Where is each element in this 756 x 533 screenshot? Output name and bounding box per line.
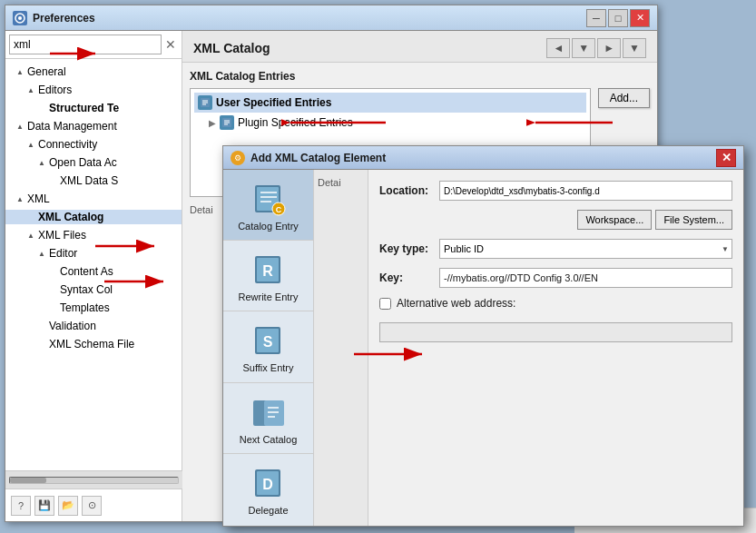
nav-back-dropdown[interactable]: ▼ bbox=[572, 38, 595, 58]
nav-rewrite-entry[interactable]: R Rewrite Entry bbox=[223, 241, 313, 311]
close-button[interactable]: ✕ bbox=[630, 9, 650, 27]
sidebar-item-templates[interactable]: ▲ Templates bbox=[5, 301, 182, 315]
sidebar-item-open-data[interactable]: ▲ Open Data Ac bbox=[5, 155, 182, 170]
sidebar-item-connectivity[interactable]: ▲ Connectivity bbox=[5, 137, 182, 152]
dialog-titlebar-icon: ⚙ bbox=[231, 151, 245, 165]
entry-icon bbox=[198, 95, 212, 110]
key-row: Key: -//mybatis.org//DTD Config 3.0//EN bbox=[379, 268, 732, 288]
sidebar-item-content-as[interactable]: ▲ Content As bbox=[5, 264, 182, 279]
nav-delegate[interactable]: D Delegate bbox=[223, 454, 313, 524]
sidebar-item-label: XML Schema File bbox=[49, 338, 134, 350]
sidebar-item-general[interactable]: ▲ General bbox=[5, 64, 182, 79]
triangle-icon: ▲ bbox=[27, 232, 36, 240]
search-box: ✕ bbox=[5, 31, 182, 59]
workspace-button[interactable]: Workspace... bbox=[577, 210, 652, 230]
list-item: ▲ Editor bbox=[5, 244, 182, 262]
sidebar-item-editors[interactable]: ▲ Editors bbox=[5, 83, 182, 97]
nav-buttons: ◄ ▼ ► ▼ bbox=[546, 38, 646, 58]
svg-text:C: C bbox=[275, 205, 281, 214]
sidebar-item-label: Editor bbox=[49, 247, 77, 260]
dialog-title: Add XML Catalog Element bbox=[250, 152, 716, 164]
dialog-titlebar: ⚙ Add XML Catalog Element ✕ bbox=[223, 146, 743, 170]
nav-back-button[interactable]: ◄ bbox=[546, 38, 570, 58]
alt-web-checkbox[interactable] bbox=[379, 298, 391, 310]
dialog-right-panel: Location: Workspace... File System... Ke… bbox=[368, 170, 743, 526]
alt-web-row: Alternative web address: bbox=[379, 297, 732, 310]
list-item: ▲ Syntax Col bbox=[5, 281, 182, 299]
suffix-entry-icon: S bbox=[250, 322, 287, 359]
list-item: ▲ Content As bbox=[5, 262, 182, 281]
list-item: ▲ Validation bbox=[5, 317, 182, 335]
sidebar-item-label: XML bbox=[27, 192, 50, 205]
plugin-specified-entries-item[interactable]: ▶ Plugin Specified Entries bbox=[194, 113, 586, 133]
keytype-select[interactable]: Public ID ▼ bbox=[439, 239, 732, 259]
load-button[interactable]: 📂 bbox=[58, 496, 78, 516]
search-input[interactable] bbox=[9, 35, 162, 54]
dialog-left-panel: C Catalog Entry R Rewrite Entry bbox=[223, 170, 314, 526]
sidebar-item-validation[interactable]: ▲ Validation bbox=[5, 319, 182, 333]
maximize-button[interactable]: □ bbox=[608, 9, 628, 27]
triangle-icon: ▲ bbox=[38, 159, 47, 167]
minimize-button[interactable]: ─ bbox=[586, 9, 606, 27]
nav-forward-button[interactable]: ► bbox=[597, 38, 621, 58]
sidebar-item-xml-schema[interactable]: ▲ XML Schema File bbox=[5, 337, 182, 351]
preferences-titlebar: Preferences ─ □ ✕ bbox=[5, 5, 657, 31]
nav-forward-dropdown[interactable]: ▼ bbox=[623, 38, 646, 58]
sidebar-item-label: Validation bbox=[49, 320, 96, 332]
sidebar-item-syntax-col[interactable]: ▲ Syntax Col bbox=[5, 282, 182, 297]
dialog-body: C Catalog Entry R Rewrite Entry bbox=[223, 170, 743, 526]
dialog-close-button[interactable]: ✕ bbox=[716, 149, 736, 167]
next-catalog-icon bbox=[250, 394, 287, 430]
user-specified-entries-item[interactable]: User Specified Entries bbox=[194, 93, 586, 113]
alt-web-input[interactable] bbox=[379, 322, 732, 342]
sidebar-item-xml-data[interactable]: ▲ XML Data S bbox=[5, 173, 182, 188]
select-arrow-icon: ▼ bbox=[722, 245, 729, 253]
sidebar-item-editor[interactable]: ▲ Editor bbox=[5, 246, 182, 261]
key-value-text: -//mybatis.org//DTD Config 3.0//EN bbox=[444, 272, 598, 283]
svg-text:R: R bbox=[262, 263, 273, 279]
sidebar-item-data-management[interactable]: ▲ Data Management bbox=[5, 119, 182, 133]
sidebar-item-label: XML Data S bbox=[60, 174, 118, 187]
catalog-entry-label: Catalog Entry bbox=[238, 221, 299, 232]
sidebar-item-xml-files[interactable]: ▲ XML Files bbox=[5, 228, 182, 242]
next-catalog-label: Next Catalog bbox=[240, 434, 298, 446]
preferences-titlebar-icon bbox=[13, 11, 27, 25]
sidebar-item-xml[interactable]: ▲ XML bbox=[5, 192, 182, 206]
location-label: Location: bbox=[379, 184, 434, 197]
save-button[interactable]: 💾 bbox=[34, 496, 54, 516]
add-button[interactable]: Add... bbox=[598, 88, 650, 108]
nav-next-catalog[interactable]: Next Catalog bbox=[223, 383, 313, 454]
catalog-entry-icon: C bbox=[250, 181, 287, 217]
keytype-select-wrapper: Public ID ▼ bbox=[439, 239, 732, 259]
nav-catalog-entry[interactable]: C Catalog Entry bbox=[223, 170, 313, 241]
delegate-icon: D bbox=[250, 465, 287, 501]
plugin-specified-label: Plugin Specified Entries bbox=[238, 116, 353, 129]
nav-suffix-entry[interactable]: S Suffix Entry bbox=[223, 311, 313, 382]
list-item: ▲ Open Data Ac bbox=[5, 153, 182, 172]
list-item: ▲ XML Catalog bbox=[5, 208, 182, 226]
sidebar: ✕ ▲ General ▲ Editors bbox=[5, 31, 182, 521]
horizontal-scrollbar[interactable] bbox=[5, 470, 182, 489]
triangle-icon: ▲ bbox=[27, 141, 36, 149]
catalog-entries-title: XML Catalog Entries bbox=[190, 70, 650, 83]
sidebar-item-label: Data Management bbox=[27, 120, 117, 133]
search-clear-button[interactable]: ✕ bbox=[163, 37, 178, 52]
record-button[interactable]: ⊙ bbox=[82, 496, 102, 516]
main-panel-title: XML Catalog bbox=[193, 41, 270, 55]
expand-triangle-icon: ▶ bbox=[209, 118, 216, 128]
sidebar-bottom-bar: ? 💾 📂 ⊙ bbox=[5, 489, 182, 521]
sidebar-item-label: General bbox=[27, 65, 66, 78]
location-input[interactable] bbox=[439, 181, 732, 201]
sidebar-item-label: Syntax Col bbox=[60, 283, 113, 296]
sidebar-item-label: Editors bbox=[38, 84, 72, 96]
sidebar-item-structured-te[interactable]: ▲ Structured Te bbox=[5, 101, 182, 115]
location-row: Location: bbox=[379, 181, 732, 201]
scroll-thumb bbox=[10, 478, 46, 483]
sidebar-item-label: Content As bbox=[60, 265, 113, 278]
list-item: ▲ XML Data S bbox=[5, 172, 182, 190]
help-button[interactable]: ? bbox=[11, 496, 31, 516]
sidebar-item-label: Open Data Ac bbox=[49, 156, 117, 169]
filesystem-button[interactable]: File System... bbox=[655, 210, 732, 230]
sidebar-item-label: Templates bbox=[60, 301, 110, 314]
sidebar-item-xml-catalog[interactable]: ▲ XML Catalog bbox=[5, 210, 182, 224]
